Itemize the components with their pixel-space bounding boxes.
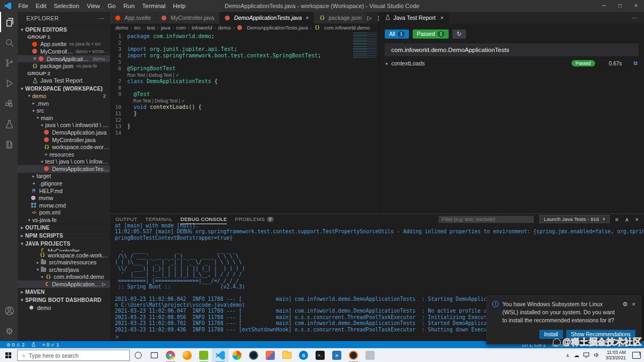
open-editors-header[interactable]: ▾OPEN EDITORS — [18, 25, 110, 33]
vscode-icon[interactable] — [212, 349, 229, 362]
tray-cloud-icon[interactable]: ☁ — [574, 352, 579, 358]
codelens-run-test[interactable]: Run Test | Debug Test | ✓ — [127, 98, 185, 104]
breadcrumb-java[interactable]: java — [161, 25, 170, 31]
close-tab-icon[interactable]: × — [441, 14, 444, 21]
accounts-icon[interactable] — [0, 300, 18, 321]
breadcrumb-demo[interactable]: demo — [218, 25, 231, 31]
gray-app-icon[interactable] — [362, 349, 378, 362]
open-editor-demoapplicationtests.java[interactable]: ×DemoApplicationTests.javademo • src... — [18, 55, 110, 63]
tree-item-mvnw.cmd[interactable]: mvnw.cmd — [18, 202, 110, 209]
workspace-header[interactable]: ▾WORKSPACE (WORKSPACE) — [18, 84, 110, 92]
tab-package.json[interactable]: {}package.json — [314, 12, 367, 24]
taskbar-clock[interactable]: 11:03 AM 3/23/2021 — [605, 350, 626, 360]
cortana-button[interactable] — [130, 349, 146, 362]
npm-scripts-header[interactable]: ▸NPM SCRIPTS — [18, 232, 110, 240]
menu-terminal[interactable]: Terminal — [138, 0, 169, 12]
two-tone-app-icon[interactable] — [262, 349, 279, 362]
tab-mycontroller.java[interactable]: MyController.java — [156, 12, 219, 24]
java-project-item-com.infoworld.demo[interactable]: ▾{}com.infoworld.demo — [18, 274, 110, 281]
java-project-item-mycontroller[interactable]: CMyController — [18, 248, 110, 252]
test-status-icon[interactable] — [29, 341, 38, 348]
explorer-icon[interactable] — [0, 12, 18, 32]
minimap[interactable] — [353, 33, 377, 58]
run-test-icon[interactable]: ▷ — [102, 282, 106, 287]
menu-help[interactable]: Help — [169, 0, 189, 12]
tree-item-.gitignore[interactable]: ◆.gitignore — [18, 180, 110, 187]
panel-maximize-icon[interactable]: ∧ — [625, 216, 629, 223]
menu-go[interactable]: Go — [104, 0, 119, 12]
filter-all-button[interactable]: All 1 — [385, 29, 409, 39]
breadcrumb-src[interactable]: src — [134, 25, 141, 31]
breadcrumb-com.infoworld.demo[interactable]: {}com.infoworld.demo — [314, 25, 370, 31]
java-project-item-demoapplicationtests[interactable]: CDemoApplicationTests▷ — [18, 280, 110, 288]
tree-item-help.md[interactable]: MHELP.md — [18, 187, 110, 195]
pinwheel-app-icon[interactable] — [229, 349, 245, 362]
tree-item-src[interactable]: ▾src — [18, 107, 110, 114]
settings-gear-icon[interactable]: ⚙ — [0, 321, 18, 341]
open-editor-java-test-report[interactable]: Java Test Report — [18, 77, 110, 85]
menu-edit[interactable]: Edit — [32, 0, 50, 12]
test-results-status[interactable]: ×0 ✓1 — [40, 341, 61, 348]
run-button[interactable]: ▷ — [367, 14, 371, 21]
java-project-item-src-main-resources[interactable]: ▸src/main/resources — [18, 258, 110, 266]
problems-status[interactable]: ⊘0 ⚠2 — [4, 341, 27, 348]
breadcrumb-test[interactable]: test — [147, 25, 155, 31]
tree-item-mvnw[interactable]: mvnw — [18, 194, 110, 202]
notification-gear-icon[interactable]: ⚙ — [623, 300, 628, 325]
breadcrumb[interactable]: demo›src›test›java›com›infoworld›demo›De… — [110, 24, 379, 32]
tree-item-main[interactable]: ▾main — [18, 114, 110, 122]
notification-close-icon[interactable]: × — [632, 300, 635, 325]
skype-icon[interactable]: S — [295, 349, 312, 362]
tree-item-resources[interactable]: ▸resources — [18, 151, 110, 158]
install-button[interactable]: Install — [539, 330, 563, 339]
breadcrumb-demo[interactable]: demo — [115, 25, 128, 31]
close-tab-icon[interactable]: × — [305, 15, 309, 21]
task-view-button[interactable] — [146, 349, 162, 362]
breadcrumb-infoworld[interactable]: infoworld — [192, 25, 212, 31]
tree-item-java-com-infoworld-demo[interactable]: ▾java \ com \ infoworld \ demo — [18, 122, 110, 129]
cmd-icon[interactable]: >_ — [312, 349, 328, 362]
firefox-icon[interactable] — [179, 349, 195, 362]
java-project-item-workspace.code-workspace[interactable]: {}workspace.code-workspace — [18, 252, 110, 259]
source-control-icon[interactable] — [0, 53, 18, 73]
tree-item-vs-java-fe[interactable]: ▾vs-java-fe — [18, 216, 110, 224]
menu-run[interactable]: Run — [120, 0, 138, 12]
tab-demoapplicationtests.java[interactable]: DemoApplicationTests.java× — [219, 12, 314, 24]
java-projects-header[interactable]: ▾JAVA PROJECTS — [18, 240, 110, 248]
code-editor[interactable]: 1package com.infoworld.demo;23import org… — [110, 32, 379, 213]
tray-expand-icon[interactable]: ∧ — [566, 353, 570, 358]
tree-item-mycontroller.java[interactable]: MyController.java — [18, 136, 110, 144]
media-player-icon[interactable] — [345, 349, 362, 362]
open-editor-mycontroller.java[interactable]: MyController.javademo • src\main\jav... — [18, 48, 110, 55]
debug-session-dropdown[interactable]: Launch Java Tests - 916∨ — [539, 215, 610, 223]
breadcrumb-demoapplicationtests.java[interactable]: DemoApplicationTests.java — [237, 25, 308, 31]
maximize-button[interactable]: □ — [612, 0, 628, 12]
tab-app.svelte[interactable]: App.svelte — [110, 12, 156, 24]
java-project-item-src-test-java[interactable]: ▾src/test/java — [18, 266, 110, 274]
open-editor-package.json[interactable]: {}package.jsonvs-java-fe — [18, 62, 110, 70]
tray-display-icon[interactable] — [583, 352, 589, 359]
menu-view[interactable]: View — [83, 0, 104, 12]
maven-header[interactable]: ▸MAVEN — [18, 288, 110, 296]
test-row-contextloads[interactable]: ▸ contextLoads Passed 0.67s ⧉ — [379, 56, 644, 70]
java-projects-icon[interactable] — [0, 134, 18, 154]
taskbar-search-input[interactable]: ⌕ Type here to search — [17, 350, 130, 361]
tree-item-demoapplicationtests.java[interactable]: DemoApplicationTests.java — [18, 165, 110, 173]
spring-app-item-demo[interactable]: demo — [18, 304, 110, 312]
start-button[interactable] — [0, 349, 16, 362]
breadcrumb-com[interactable]: com — [176, 25, 186, 31]
tree-item-workspace.code-workspace[interactable]: {}workspace.code-workspace — [18, 143, 110, 151]
copy-icon[interactable]: ⧉ — [634, 60, 638, 67]
sidebar-more-icon[interactable]: ··· — [98, 12, 105, 25]
panel-close-icon[interactable]: × — [635, 216, 639, 223]
chrome-icon[interactable] — [162, 349, 179, 362]
run-debug-icon[interactable] — [0, 73, 18, 93]
chevron-right-icon[interactable]: ▸ — [386, 61, 388, 66]
dark-app-icon[interactable] — [245, 349, 262, 362]
close-editor-icon[interactable]: × — [32, 56, 38, 62]
tree-item-.mvn[interactable]: ▸.mvn — [18, 100, 110, 107]
test-suite-name[interactable]: com.infoworld.demo.DemoApplicationTests — [385, 43, 639, 56]
rerun-tests-button[interactable]: ↻ — [452, 29, 466, 39]
tree-item-demoapplication.java[interactable]: DemoApplication.java — [18, 129, 110, 136]
file-explorer-icon[interactable] — [279, 349, 295, 362]
